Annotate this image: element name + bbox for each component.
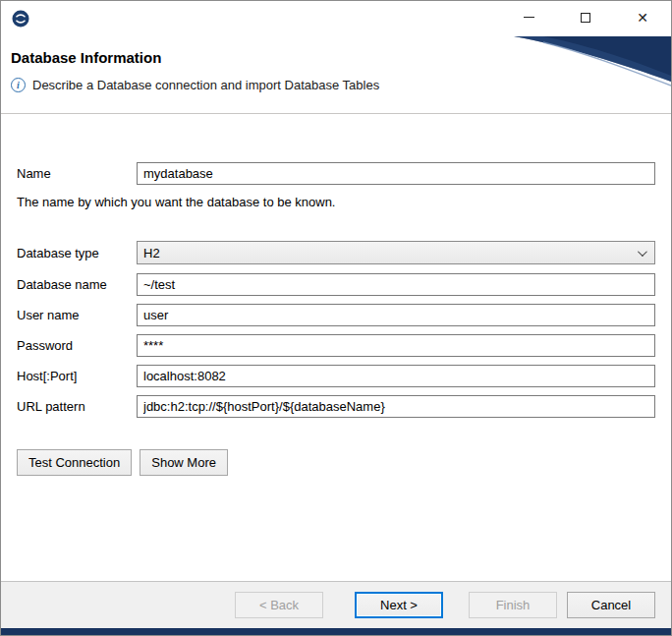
info-icon: i xyxy=(11,78,26,92)
show-more-button[interactable]: Show More xyxy=(140,449,228,476)
name-row: Name xyxy=(17,162,655,185)
host-port-label: Host[:Port] xyxy=(17,369,137,383)
test-connection-button[interactable]: Test Connection xyxy=(17,449,132,476)
user-name-input[interactable] xyxy=(137,304,655,326)
name-input[interactable] xyxy=(137,162,655,185)
bottom-accent-bar xyxy=(1,628,671,635)
url-pattern-input[interactable] xyxy=(137,395,655,418)
wizard-banner: Database Information i Describe a Databa… xyxy=(1,36,671,114)
name-label: Name xyxy=(17,166,137,181)
host-port-input[interactable] xyxy=(137,365,655,387)
maximize-icon xyxy=(581,13,590,23)
database-name-input[interactable] xyxy=(137,273,655,296)
page-subtitle: Describe a Database connection and impor… xyxy=(32,78,379,92)
database-name-row: Database name xyxy=(17,273,655,296)
user-name-label: User name xyxy=(17,308,137,322)
window-controls: ✕ xyxy=(500,1,671,33)
dialog-window: ✕ Database Information i Describe a Data… xyxy=(0,0,672,636)
database-type-value: H2 xyxy=(143,246,160,260)
user-name-row: User name xyxy=(17,304,655,326)
minimize-button[interactable] xyxy=(500,1,557,33)
close-button[interactable]: ✕ xyxy=(614,1,671,33)
banner-graphic xyxy=(504,36,671,113)
database-type-row: Database type H2 xyxy=(17,241,655,264)
next-button[interactable]: Next > xyxy=(355,592,443,618)
chevron-down-icon xyxy=(638,247,647,257)
minimize-icon xyxy=(524,17,534,18)
host-port-row: Host[:Port] xyxy=(17,365,655,387)
cancel-button[interactable]: Cancel xyxy=(567,592,655,618)
back-button: < Back xyxy=(235,592,323,618)
close-icon: ✕ xyxy=(637,11,648,25)
database-name-label: Database name xyxy=(17,277,137,292)
url-pattern-row: URL pattern xyxy=(17,395,655,418)
database-type-select[interactable]: H2 xyxy=(137,241,655,264)
app-icon[interactable] xyxy=(11,9,30,29)
password-row: Password xyxy=(17,334,655,357)
maximize-button[interactable] xyxy=(557,1,614,33)
titlebar: ✕ xyxy=(1,1,671,36)
url-pattern-label: URL pattern xyxy=(17,399,137,414)
footer-button-bar: < Back Next > Finish Cancel xyxy=(1,581,671,628)
form-area: Name The name by which you want the data… xyxy=(1,114,671,476)
name-help-text: The name by which you want the database … xyxy=(17,195,655,209)
action-row: Test Connection Show More xyxy=(17,449,655,476)
password-input[interactable] xyxy=(137,334,655,357)
database-type-label: Database type xyxy=(17,246,137,260)
password-label: Password xyxy=(17,338,137,353)
page-title: Database Information xyxy=(11,49,671,66)
finish-button: Finish xyxy=(469,592,557,618)
